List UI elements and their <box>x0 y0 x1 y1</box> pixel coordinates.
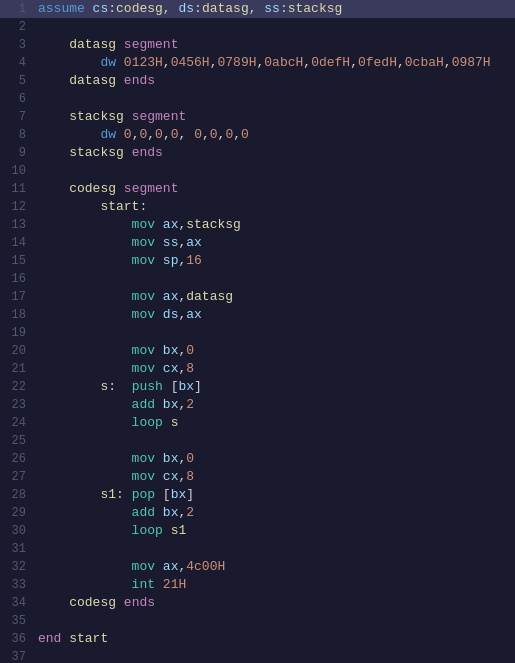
token: bx <box>163 451 179 466</box>
line-content: start: <box>36 198 515 216</box>
line-content: codesg segment <box>36 180 515 198</box>
token: 2 <box>186 505 194 520</box>
token: mov <box>38 253 163 268</box>
code-line: 15 mov sp,16 <box>0 252 515 270</box>
line-number: 36 <box>0 630 36 648</box>
line-content: dw 0123H,0456H,0789H,0abcH,0defH,0fedH,0… <box>36 54 515 72</box>
line-number: 1 <box>0 0 36 18</box>
token: segment <box>124 37 179 52</box>
token: : <box>108 379 131 394</box>
line-content: s1: pop [bx] <box>36 486 515 504</box>
line-number: 25 <box>0 432 36 450</box>
token: s1 <box>38 487 116 502</box>
token: segment <box>132 109 187 124</box>
token: push <box>132 379 171 394</box>
line-number: 2 <box>0 18 36 36</box>
line-number: 8 <box>0 126 36 144</box>
line-number: 3 <box>0 36 36 54</box>
code-line: 12 start: <box>0 198 515 216</box>
line-content <box>36 90 515 108</box>
token: datasg <box>186 289 233 304</box>
line-number: 24 <box>0 414 36 432</box>
token: [ <box>163 487 171 502</box>
code-line: 35 <box>0 612 515 630</box>
token: : <box>139 199 147 214</box>
line-number: 6 <box>0 90 36 108</box>
token: 0987H <box>452 55 491 70</box>
code-line: 1assume cs:codesg, ds:datasg, ss:stacksg <box>0 0 515 18</box>
token: ends <box>124 595 155 610</box>
line-number: 20 <box>0 342 36 360</box>
line-number: 37 <box>0 648 36 663</box>
token: 4c00H <box>186 559 225 574</box>
code-line: 17 mov ax,datasg <box>0 288 515 306</box>
token: end <box>38 631 69 646</box>
token: bx <box>163 397 179 412</box>
token: 8 <box>186 469 194 484</box>
token: mov <box>38 235 163 250</box>
line-number: 16 <box>0 270 36 288</box>
line-content: mov ds,ax <box>36 306 515 324</box>
token: start <box>69 631 108 646</box>
code-line: 29 add bx,2 <box>0 504 515 522</box>
token: codesg <box>38 181 124 196</box>
token: ds <box>163 307 179 322</box>
token: mov <box>38 343 163 358</box>
token: 0 <box>124 127 132 142</box>
line-content <box>36 162 515 180</box>
line-number: 7 <box>0 108 36 126</box>
token: ss <box>163 235 179 250</box>
code-line: 30 loop s1 <box>0 522 515 540</box>
line-content: datasg segment <box>36 36 515 54</box>
line-number: 22 <box>0 378 36 396</box>
line-number: 33 <box>0 576 36 594</box>
code-line: 26 mov bx,0 <box>0 450 515 468</box>
code-line: 4 dw 0123H,0456H,0789H,0abcH,0defH,0fedH… <box>0 54 515 72</box>
code-line: 19 <box>0 324 515 342</box>
token: 0 <box>171 127 179 142</box>
token: stacksg <box>186 217 241 232</box>
code-line: 8 dw 0,0,0,0, 0,0,0,0 <box>0 126 515 144</box>
code-line: 13 mov ax,stacksg <box>0 216 515 234</box>
token: bx <box>163 505 179 520</box>
line-number: 19 <box>0 324 36 342</box>
token: s <box>38 379 108 394</box>
line-content <box>36 540 515 558</box>
token: 0 <box>186 451 194 466</box>
token: ax <box>186 235 202 250</box>
line-number: 13 <box>0 216 36 234</box>
line-content: stacksg ends <box>36 144 515 162</box>
token: codesg <box>116 1 163 16</box>
line-number: 21 <box>0 360 36 378</box>
code-line: 23 add bx,2 <box>0 396 515 414</box>
line-content: codesg ends <box>36 594 515 612</box>
token: , <box>233 127 241 142</box>
token: datasg <box>38 37 124 52</box>
code-line: 10 <box>0 162 515 180</box>
line-number: 15 <box>0 252 36 270</box>
code-lines: 1assume cs:codesg, ds:datasg, ss:stacksg… <box>0 0 515 663</box>
code-line: 27 mov cx,8 <box>0 468 515 486</box>
token: 0 <box>241 127 249 142</box>
line-number: 28 <box>0 486 36 504</box>
token: mov <box>38 217 163 232</box>
code-editor: 1assume cs:codesg, ds:datasg, ss:stacksg… <box>0 0 515 663</box>
token: 0 <box>155 127 163 142</box>
token: , <box>163 1 179 16</box>
token: loop <box>38 415 171 430</box>
line-content: mov cx,8 <box>36 360 515 378</box>
token: segment <box>124 181 179 196</box>
line-content: assume cs:codesg, ds:datasg, ss:stacksg <box>36 0 515 18</box>
token: ] <box>186 487 194 502</box>
token: ss <box>264 1 280 16</box>
token: 0cbaH <box>405 55 444 70</box>
token: s <box>171 415 179 430</box>
line-content: mov sp,16 <box>36 252 515 270</box>
code-line: 9 stacksg ends <box>0 144 515 162</box>
token: 0defH <box>311 55 350 70</box>
token: , <box>163 55 171 70</box>
line-content: loop s1 <box>36 522 515 540</box>
line-number: 4 <box>0 54 36 72</box>
token: , <box>444 55 452 70</box>
line-content: stacksg segment <box>36 108 515 126</box>
